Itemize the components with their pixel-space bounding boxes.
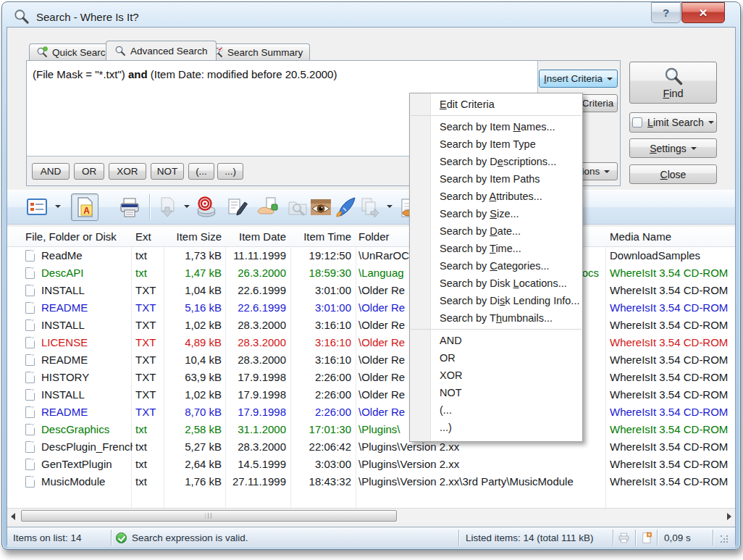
menu-item[interactable]: Search by Size...: [410, 205, 582, 222]
column-header-name[interactable]: File, Folder or Disk: [25, 227, 117, 247]
status-new-page-icon[interactable]: [640, 532, 652, 544]
menu-item[interactable]: Search by Descriptions...: [410, 153, 582, 170]
cell-date: 17.9.1998: [225, 404, 286, 421]
settings-button[interactable]: Settings: [629, 138, 717, 158]
column-header-ext[interactable]: Ext: [135, 227, 151, 247]
status-printer-icon[interactable]: [618, 532, 630, 544]
cell-media: WhereIsIt 3.54 CD-ROM: [610, 351, 734, 369]
file-icon: [25, 285, 35, 296]
menu-item[interactable]: OR: [410, 349, 582, 367]
table-row[interactable]: READMETXT8,70 kB17.9.19982:26:00\Older R…: [7, 404, 735, 421]
menu-item[interactable]: NOT: [410, 384, 582, 401]
cell-folder: \Plugins\Version 2.xx\3rd Party\MusicMod…: [358, 473, 605, 490]
limit-search-button[interactable]: Limit Search: [629, 112, 717, 133]
limit-search-checkbox[interactable]: [632, 117, 642, 128]
and-button[interactable]: AND: [32, 163, 70, 180]
help-button[interactable]: ?: [651, 2, 681, 23]
tab-search-summary[interactable]: Search Summary: [204, 43, 310, 60]
button-label: AND: [41, 166, 62, 177]
or-button[interactable]: OR: [74, 163, 104, 180]
status-bar: Items on list: 14 Search expression is v…: [7, 527, 735, 548]
export-dropdown-icon[interactable]: [184, 205, 190, 208]
xor-button[interactable]: XOR: [109, 163, 146, 180]
cell-media: WhereIsIt 3.54 CD-ROM: [610, 282, 734, 299]
column-header-date[interactable]: Item Date: [225, 227, 286, 247]
cell-ext: txt: [135, 438, 161, 456]
copy-move-dropdown-icon[interactable]: [387, 205, 393, 208]
column-header-time[interactable]: Item Time: [290, 227, 351, 247]
table-row[interactable]: GenTextPlugintxt2,64 kB14.5.19993:03:00\…: [7, 456, 735, 473]
window-close-button[interactable]: ✕: [681, 2, 725, 23]
tab-label: Advanced Search: [130, 46, 208, 57]
menu-item[interactable]: Search by Thumbnails...: [410, 309, 582, 327]
cell-size: 1,04 kB: [164, 282, 222, 299]
open-paren-button[interactable]: (...: [188, 163, 214, 180]
scrollbar-thumb[interactable]: [21, 510, 397, 522]
menu-item[interactable]: Search by Item Type: [410, 135, 582, 153]
table-row[interactable]: INSTALLTXT1,02 kB17.9.19982:26:00\Older …: [7, 386, 735, 404]
menu-item[interactable]: Search by Item Paths: [410, 170, 582, 188]
table-row[interactable]: READMETXT5,16 kB22.6.19993:01:00\Older R…: [7, 299, 735, 317]
file-icon: [25, 441, 35, 453]
horizontal-scrollbar[interactable]: [7, 508, 735, 523]
table-row[interactable]: DescPlugin_Frenchtxt5,27 kB28.3.200022:0…: [7, 438, 735, 456]
valid-check-icon: [116, 532, 127, 543]
table-row[interactable]: DescGraphicstxt2,58 kB31.1.200017:01:30\…: [7, 421, 735, 438]
menu-item[interactable]: Search by Disk Lending Info...: [410, 292, 582, 309]
menu-item[interactable]: ...): [410, 419, 582, 436]
svg-text:A: A: [83, 206, 90, 216]
menu-separator: [411, 329, 582, 330]
table-row[interactable]: LICENSETXT4,89 kB28.3.20003:16:10\Older …: [7, 334, 735, 351]
tab-advanced-search[interactable]: Advanced Search: [106, 41, 217, 60]
cell-media: WhereIsIt 3.54 CD-ROM: [610, 473, 734, 490]
table-row[interactable]: INSTALLTXT1,02 kB28.3.20003:16:10\Older …: [7, 317, 735, 334]
menu-item[interactable]: Search by Date...: [410, 222, 582, 240]
borrow-lend-button[interactable]: [253, 193, 281, 221]
resize-grip[interactable]: [721, 535, 729, 544]
menu-item[interactable]: Edit Criteria: [410, 96, 582, 113]
menu-item[interactable]: Search by Categories...: [410, 257, 582, 275]
menu-item[interactable]: AND: [410, 332, 582, 349]
cell-media: WhereIsIt 3.54 CD-ROM: [610, 456, 734, 473]
locate-on-disks-button[interactable]: [193, 193, 220, 221]
table-row[interactable]: MusicModuletxt1,76 kB27.11.199918:43:32\…: [7, 473, 735, 490]
column-header-size[interactable]: Item Size: [164, 227, 222, 247]
export-button[interactable]: [154, 193, 181, 221]
table-row[interactable]: HISTORYTXT63,9 kB17.9.19982:26:00\Older …: [7, 369, 735, 386]
preview-folder-icon: [286, 196, 309, 219]
cell-ext: txt: [135, 456, 161, 473]
tab-quick-search[interactable]: Quick Search: [29, 43, 118, 60]
edit-description-button[interactable]: [223, 193, 251, 221]
cell-ext: TXT: [135, 282, 161, 299]
menu-item[interactable]: Search by Attributes...: [410, 188, 582, 205]
print-button[interactable]: [116, 193, 143, 221]
find-button[interactable]: Find: [629, 62, 717, 104]
table-row[interactable]: ReadMetxt1,73 kB11.11.199919:12:50\UnRar…: [7, 247, 735, 264]
view-mode-button[interactable]: [23, 193, 51, 221]
insert-criteria-button[interactable]: Insert Criteria: [539, 70, 618, 88]
menu-item[interactable]: (...: [410, 401, 582, 419]
column-header-folder[interactable]: Folder: [358, 227, 390, 247]
menu-item[interactable]: Search by Time...: [410, 240, 582, 257]
show-descriptions-button[interactable]: A: [71, 193, 98, 221]
copy-move-icon: [358, 196, 382, 219]
close-button[interactable]: Close: [629, 164, 717, 184]
view-mode-dropdown-icon[interactable]: [55, 205, 61, 208]
copy-move-button[interactable]: [356, 193, 384, 221]
launch-button[interactable]: [332, 193, 359, 221]
edit-document-icon: [225, 196, 248, 219]
table-row[interactable]: INSTALLTXT1,04 kB22.6.19993:01:00\Older …: [7, 282, 735, 299]
column-header-media[interactable]: Media Name: [610, 227, 671, 247]
not-button[interactable]: NOT: [151, 163, 184, 180]
menu-item[interactable]: Search by Disk Locations...: [410, 275, 582, 292]
close-paren-button[interactable]: ...): [217, 163, 243, 180]
menu-item[interactable]: Search by Item Names...: [410, 118, 582, 135]
table-row[interactable]: DescAPItxt1,47 kB26.3.200018:59:30\Langu…: [7, 264, 735, 282]
cell-size: 2,64 kB: [164, 456, 222, 473]
scroll-left-icon[interactable]: [11, 513, 15, 520]
table-row[interactable]: READMETXT10,4 kB28.3.20003:16:10\Older R…: [7, 351, 735, 369]
scroll-right-icon[interactable]: [727, 513, 731, 520]
list-view-icon: [25, 196, 49, 219]
view-image-button[interactable]: [307, 193, 335, 221]
menu-item[interactable]: XOR: [410, 367, 582, 384]
